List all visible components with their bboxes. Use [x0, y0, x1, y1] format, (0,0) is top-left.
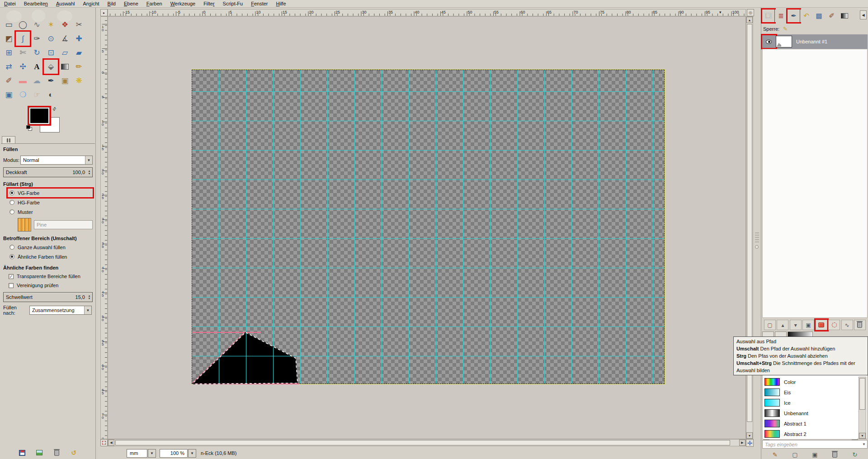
- gradient-item-eis[interactable]: Eis: [763, 387, 857, 397]
- radio-icon[interactable]: [9, 190, 14, 195]
- chevron-down-icon[interactable]: ▼: [861, 442, 867, 446]
- quickmask-toggle[interactable]: [100, 439, 108, 446]
- paths-tab-icon[interactable]: ✒: [788, 9, 800, 22]
- zoom-combo-arrow[interactable]: ▼: [188, 449, 196, 458]
- cage-transform-tool[interactable]: ✣: [16, 60, 30, 74]
- smudge-tool[interactable]: ☞: [30, 88, 44, 102]
- rotate-tool[interactable]: ↻: [30, 46, 44, 60]
- radio-icon[interactable]: [9, 209, 14, 214]
- patterns-tab-icon[interactable]: ▩: [813, 9, 825, 22]
- refresh-gradients-button[interactable]: ↻: [850, 450, 860, 459]
- unit-combo-arrow[interactable]: ▼: [148, 449, 156, 458]
- radio-hg-farbe[interactable]: HG-Farbe: [8, 198, 93, 207]
- horizontal-scrollbar[interactable]: ◀ ▶: [108, 439, 746, 446]
- fill-by-combo[interactable]: Zusammensetzung ▼: [29, 306, 92, 315]
- checkbox-vereinigung-prüfen[interactable]: Vereinigung prüfen: [9, 281, 93, 289]
- scissors-select-tool[interactable]: ✂: [72, 18, 86, 32]
- tab-menu-button[interactable]: ◀: [860, 10, 867, 19]
- foreground-select-tool[interactable]: ◩: [2, 32, 16, 46]
- fuzzy-select-tool[interactable]: ✶: [44, 18, 58, 32]
- new-gradient-button[interactable]: ▢: [790, 450, 800, 459]
- color-picker-tool[interactable]: ✑: [30, 32, 44, 46]
- opacity-slider[interactable]: Deckkraft 100,0 ▲▼: [3, 167, 93, 177]
- tool-options-tab[interactable]: [2, 136, 15, 144]
- menu-bearbeiten[interactable]: Bearbeiten: [20, 0, 52, 7]
- zoom-follow-button[interactable]: ◎: [747, 9, 754, 16]
- menu-ansicht[interactable]: Ansicht: [79, 0, 104, 7]
- chevron-down-icon[interactable]: ▼: [84, 306, 91, 314]
- canvas[interactable]: [192, 70, 665, 384]
- save-options-button[interactable]: [18, 449, 26, 457]
- rect-select-tool[interactable]: ▭: [2, 18, 16, 32]
- brushes-tab-icon[interactable]: ✐: [826, 9, 838, 22]
- lower-path-button[interactable]: ▾: [790, 320, 802, 330]
- pattern-swatch[interactable]: [18, 218, 31, 232]
- paintbrush-tool[interactable]: ✐: [2, 74, 16, 88]
- ruler-origin-button[interactable]: ▸: [100, 9, 108, 16]
- scroll-left-icon[interactable]: ◀: [108, 440, 114, 446]
- menu-script-fu[interactable]: Script-Fu: [219, 0, 247, 7]
- scroll-down-icon[interactable]: ▼: [746, 432, 753, 439]
- unit-combo[interactable]: mm: [127, 449, 147, 458]
- layers-list[interactable]: [762, 49, 868, 318]
- pencil-tool[interactable]: ✏: [72, 60, 86, 74]
- menu-farben[interactable]: Farben: [142, 0, 166, 7]
- delete-path-button[interactable]: [854, 320, 866, 330]
- tags-entry[interactable]: Tags eingeben ▼: [762, 440, 868, 449]
- scroll-up-icon[interactable]: ▲: [746, 17, 753, 23]
- paths-tool[interactable]: ∫: [16, 32, 30, 46]
- stroke-path-button[interactable]: ∿: [841, 320, 853, 330]
- swap-colors-icon[interactable]: ⇄: [51, 106, 57, 112]
- layer-row[interactable]: Unbenannt #1: [762, 34, 868, 49]
- default-colors-icon[interactable]: [26, 125, 33, 131]
- gradient-item-abstract-2[interactable]: Abstract 2: [763, 429, 857, 439]
- checkbox-icon[interactable]: ✓: [9, 274, 14, 279]
- gradient-item-abstract-1[interactable]: Abstract 1: [763, 418, 857, 429]
- menu-fenster[interactable]: Fenster: [247, 0, 272, 7]
- threshold-slider[interactable]: Schwellwert 15,0 ▲▼: [3, 292, 93, 302]
- ink-tool[interactable]: ✒: [44, 74, 58, 88]
- spinner-icon[interactable]: ▲▼: [87, 168, 92, 176]
- free-select-tool[interactable]: ∿: [30, 18, 44, 32]
- eraser-tool[interactable]: ▬: [16, 74, 30, 88]
- gradient-tool[interactable]: [58, 60, 72, 74]
- delete-options-button[interactable]: [52, 449, 61, 457]
- raise-path-button[interactable]: ▴: [777, 320, 788, 330]
- layer-thumbnail[interactable]: [776, 36, 792, 47]
- menu-bild[interactable]: Bild: [104, 0, 120, 7]
- menu-datei[interactable]: Datei: [0, 0, 20, 7]
- edit-gradient-button[interactable]: ✎: [770, 450, 780, 459]
- menu-ebene[interactable]: Ebene: [120, 0, 142, 7]
- perspective-tool[interactable]: ▰: [72, 46, 86, 60]
- gradient-item-unbenannt[interactable]: Unbenannt: [763, 408, 857, 418]
- selection-from-path-button[interactable]: [816, 320, 827, 330]
- flip-tool[interactable]: ⇄: [2, 60, 16, 74]
- reset-options-button[interactable]: ↺: [70, 449, 78, 457]
- align-tool[interactable]: ⊞: [2, 46, 16, 60]
- undo-history-tab-icon[interactable]: ↶: [800, 9, 812, 22]
- pattern-name-entry[interactable]: Pine: [34, 220, 93, 229]
- shear-tool[interactable]: ▱: [58, 46, 72, 60]
- dock-splitter[interactable]: [754, 16, 760, 439]
- menu-filter[interactable]: Filter: [199, 0, 218, 7]
- spinner-icon[interactable]: ▲▼: [87, 293, 92, 301]
- zoom-tool[interactable]: ⊙: [44, 32, 58, 46]
- radio-icon[interactable]: [9, 200, 14, 205]
- chevron-down-icon[interactable]: ▼: [85, 156, 92, 164]
- menu-werkzeuge[interactable]: Werkzeuge: [166, 0, 199, 7]
- scroll-down-icon[interactable]: ▼: [859, 433, 866, 439]
- menu-auswahl[interactable]: Auswahl: [52, 0, 79, 7]
- heal-tool[interactable]: ❋: [72, 74, 86, 88]
- radio-vg-farbe[interactable]: VG-Farbe: [8, 189, 93, 197]
- radio-ganze-auswahl-füllen[interactable]: Ganze Auswahl füllen: [8, 243, 93, 251]
- radio-muster[interactable]: Muster: [8, 208, 93, 216]
- layer-visibility-cell[interactable]: [762, 35, 776, 48]
- zoom-combo[interactable]: 100 %: [160, 449, 188, 458]
- scroll-right-icon[interactable]: ▶: [739, 440, 745, 446]
- duplicate-path-button[interactable]: ▣: [802, 320, 814, 330]
- duplicate-gradient-button[interactable]: ▣: [810, 450, 820, 459]
- crop-tool[interactable]: ✄: [16, 46, 30, 60]
- path-from-selection-button[interactable]: [828, 320, 840, 330]
- lock-pixels-icon[interactable]: ✎: [783, 26, 788, 32]
- layer-name[interactable]: Unbenannt #1: [796, 39, 827, 44]
